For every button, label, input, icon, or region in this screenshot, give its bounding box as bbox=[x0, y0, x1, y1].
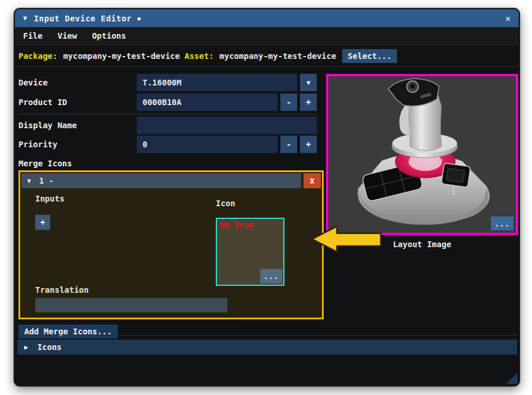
product-id-label: Product ID bbox=[18, 98, 137, 107]
select-asset-button[interactable]: Select... bbox=[342, 49, 398, 63]
priority-row: Priority - + bbox=[18, 136, 317, 153]
device-combobox[interactable]: T.16000M bbox=[137, 74, 297, 91]
inputs-label: Inputs bbox=[35, 194, 65, 203]
menu-file[interactable]: File bbox=[23, 31, 43, 40]
close-icon[interactable]: ✕ bbox=[505, 13, 511, 24]
asset-value: mycompany-my-test-device bbox=[219, 51, 336, 61]
product-id-increment-button[interactable]: + bbox=[300, 94, 317, 111]
menu-bar: File View Options bbox=[15, 27, 519, 45]
input-device-editor-window: ▼ Input Device Editor ● ✕ File View Opti… bbox=[14, 8, 520, 386]
title-bar: ▼ Input Device Editor ● ✕ bbox=[15, 9, 519, 27]
layout-image-preview: ... bbox=[326, 74, 518, 235]
icons-section-header[interactable]: ▶ Icons bbox=[17, 340, 517, 355]
form-divider bbox=[18, 114, 317, 114]
merge-item-collapse-header[interactable]: ▼ 1 - bbox=[21, 173, 301, 188]
product-id-decrement-button[interactable]: - bbox=[280, 94, 297, 111]
merge-item-header-row: ▼ 1 - X bbox=[21, 173, 321, 188]
window-collapse-icon[interactable]: ▼ bbox=[23, 14, 27, 22]
menu-options[interactable]: Options bbox=[92, 31, 126, 40]
editor-content: Device T.16000M ▼ Product ID - + Display… bbox=[15, 67, 519, 386]
add-input-button[interactable]: + bbox=[35, 215, 50, 230]
priority-input[interactable] bbox=[137, 136, 278, 153]
display-name-row: Display Name bbox=[18, 117, 317, 133]
add-merge-icons-button[interactable]: Add Merge Icons... bbox=[18, 325, 118, 338]
collapse-closed-icon: ▶ bbox=[24, 344, 28, 351]
icon-label: Icon bbox=[216, 199, 235, 208]
merge-icons-section-label: Merge Icons bbox=[18, 159, 317, 168]
modified-indicator-icon: ● bbox=[137, 16, 140, 21]
merge-item-body: Inputs + Icon No Icon ... Translation bbox=[20, 189, 322, 314]
product-id-row: Product ID - + bbox=[18, 94, 317, 111]
icon-browse-button[interactable]: ... bbox=[260, 269, 282, 284]
collapse-open-icon: ▼ bbox=[27, 177, 31, 185]
chevron-down-icon: ▼ bbox=[306, 79, 310, 87]
priority-decrement-button[interactable]: - bbox=[280, 136, 297, 153]
bottom-divider bbox=[17, 335, 517, 336]
priority-label: Priority bbox=[18, 140, 137, 149]
layout-image-caption: Layout Image bbox=[326, 240, 518, 249]
device-dropdown-button[interactable]: ▼ bbox=[300, 74, 317, 91]
device-label: Device bbox=[18, 78, 137, 87]
translation-label: Translation bbox=[35, 285, 89, 295]
layout-image-browse-button[interactable]: ... bbox=[491, 217, 514, 230]
window-title: Input Device Editor bbox=[34, 14, 132, 23]
layout-image-panel: ... Layout Image bbox=[326, 74, 518, 249]
priority-increment-button[interactable]: + bbox=[300, 136, 317, 153]
device-row: Device T.16000M ▼ bbox=[18, 74, 317, 91]
translation-input[interactable] bbox=[35, 298, 227, 312]
merge-icons-group: ▼ 1 - X Inputs + Icon No Icon ... Transl… bbox=[18, 170, 324, 319]
device-form: Device T.16000M ▼ Product ID - + Display… bbox=[18, 74, 317, 338]
asset-label: Asset: bbox=[185, 51, 214, 61]
merge-item-remove-button[interactable]: X bbox=[304, 173, 321, 188]
icons-section-label: Icons bbox=[38, 342, 62, 352]
package-label: Package: bbox=[18, 51, 57, 61]
merge-item-title: 1 - bbox=[39, 176, 54, 185]
resize-grip[interactable] bbox=[506, 372, 518, 384]
joystick-image bbox=[328, 76, 516, 233]
display-name-input[interactable] bbox=[137, 117, 317, 134]
display-name-label: Display Name bbox=[18, 121, 137, 130]
package-asset-bar: Package: mycompany-my-test-device Asset:… bbox=[15, 45, 519, 67]
product-id-input[interactable] bbox=[137, 94, 278, 111]
menu-view[interactable]: View bbox=[58, 31, 77, 40]
icon-preview-box: No Icon ... bbox=[216, 218, 284, 286]
package-value: mycompany-my-test-device bbox=[63, 51, 179, 61]
no-icon-text: No Icon bbox=[220, 220, 254, 229]
